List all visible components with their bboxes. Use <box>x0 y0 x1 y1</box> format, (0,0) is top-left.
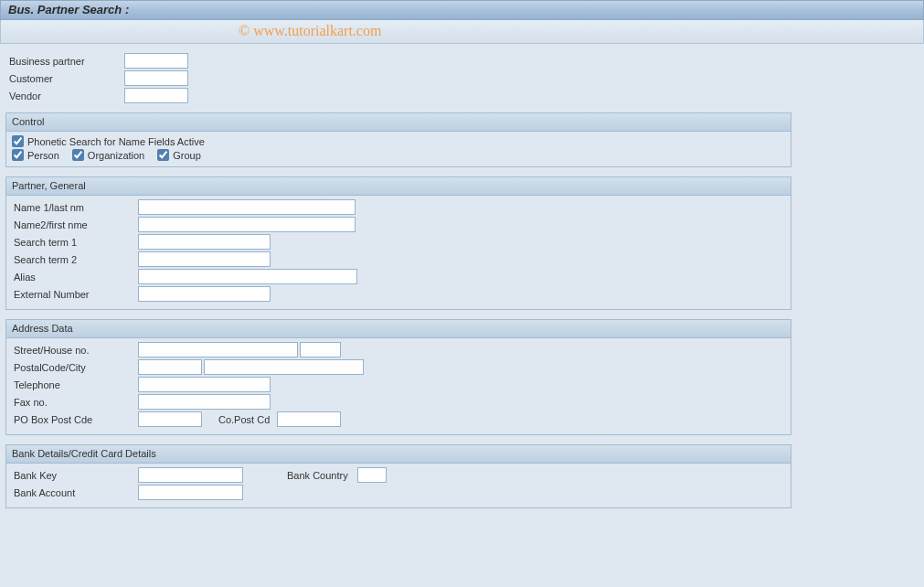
external-number-label: External Number <box>10 289 138 300</box>
search-term2-label: Search term 2 <box>10 254 138 265</box>
address-header: Address Data <box>6 320 791 338</box>
organization-label: Organization <box>88 150 144 161</box>
customer-input[interactable] <box>124 70 188 86</box>
postal-code-input[interactable] <box>138 359 202 375</box>
copost-input[interactable] <box>277 411 341 427</box>
pobox-input[interactable] <box>138 411 202 427</box>
name2-input[interactable] <box>138 217 356 232</box>
bank-header: Bank Details/Credit Card Details <box>6 445 791 464</box>
bank-key-input[interactable] <box>138 467 243 483</box>
street-label: Street/House no. <box>10 345 138 356</box>
external-number-input[interactable] <box>138 286 271 302</box>
bank-country-input[interactable] <box>357 467 387 483</box>
bank-account-label: Bank Account <box>10 487 138 498</box>
vendor-label: Vendor <box>5 91 124 101</box>
name1-label: Name 1/last nm <box>10 202 138 213</box>
address-group: Address Data Street/House no. PostalCode… <box>5 319 791 435</box>
bank-country-label: Bank Country <box>287 470 348 481</box>
bank-group: Bank Details/Credit Card Details Bank Ke… <box>5 444 791 508</box>
business-partner-label: Business partner <box>5 56 124 67</box>
copost-label: Co.Post Cd <box>218 414 270 425</box>
watermark-bar: © www.tutorialkart.com <box>0 20 924 44</box>
page-title: Bus. Partner Search : <box>0 0 924 20</box>
phonetic-checkbox[interactable] <box>12 135 24 147</box>
bank-key-label: Bank Key <box>10 470 138 481</box>
control-group: Control Phonetic Search for Name Fields … <box>5 112 791 167</box>
name2-label: Name2/first nme <box>10 219 138 230</box>
business-partner-input[interactable] <box>124 53 188 69</box>
telephone-label: Telephone <box>10 379 138 390</box>
group-label: Group <box>173 150 201 161</box>
alias-label: Alias <box>10 272 138 283</box>
postal-label: PostalCode/City <box>10 362 138 373</box>
search-term1-input[interactable] <box>138 234 271 250</box>
bank-account-input[interactable] <box>138 485 243 500</box>
partner-general-group: Partner, General Name 1/last nm Name2/fi… <box>5 176 791 310</box>
house-no-input[interactable] <box>300 342 341 358</box>
city-input[interactable] <box>204 359 364 375</box>
content-area: Business partner Customer Vendor Control… <box>0 44 924 518</box>
search-term1-label: Search term 1 <box>10 237 138 248</box>
fax-label: Fax no. <box>10 397 138 408</box>
fax-input[interactable] <box>138 394 271 410</box>
group-checkbox[interactable] <box>157 149 169 161</box>
search-term2-input[interactable] <box>138 251 271 267</box>
organization-checkbox[interactable] <box>72 149 84 161</box>
vendor-input[interactable] <box>124 88 188 103</box>
customer-label: Customer <box>5 73 124 84</box>
control-header: Control <box>6 113 791 132</box>
person-checkbox[interactable] <box>12 149 24 161</box>
telephone-input[interactable] <box>138 377 271 392</box>
alias-input[interactable] <box>138 269 357 284</box>
person-label: Person <box>27 150 59 161</box>
phonetic-label: Phonetic Search for Name Fields Active <box>27 136 205 147</box>
partner-general-header: Partner, General <box>6 177 791 196</box>
name1-input[interactable] <box>138 199 356 215</box>
street-input[interactable] <box>138 342 298 358</box>
pobox-label: PO Box Post Cde <box>10 414 138 425</box>
